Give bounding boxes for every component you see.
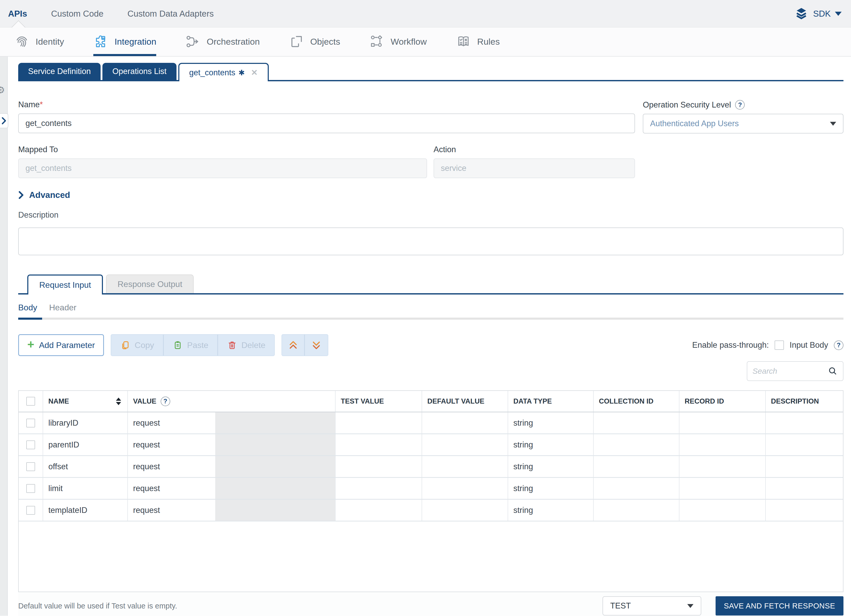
paste-button[interactable]: Paste: [164, 335, 218, 355]
param-default-value[interactable]: [422, 478, 508, 499]
reorder-button-group: [281, 334, 328, 356]
nav-item-custom-data-adapters[interactable]: Custom Data Adapters: [127, 9, 214, 19]
page-body: ⚙ Service Definition Operations List get…: [0, 57, 851, 616]
table-header-row: NAME VALUE ? TEST VALUE DEFAULT VALUE DA…: [19, 391, 843, 412]
param-collection-id[interactable]: [593, 500, 679, 521]
environment-select[interactable]: TEST: [603, 596, 701, 616]
tab-integration[interactable]: Integration: [93, 27, 156, 56]
param-description[interactable]: [765, 500, 843, 521]
nav-item-apis[interactable]: APIs: [8, 9, 27, 19]
param-test-value[interactable]: [335, 434, 422, 455]
param-default-value[interactable]: [422, 434, 508, 455]
param-test-value[interactable]: [335, 456, 422, 477]
row-checkbox[interactable]: [26, 441, 35, 449]
param-collection-id[interactable]: [593, 434, 679, 455]
table-row[interactable]: parentID request string: [19, 434, 843, 456]
param-record-id[interactable]: [679, 434, 765, 455]
expand-sidebar-button[interactable]: [0, 113, 8, 128]
help-icon[interactable]: ?: [735, 100, 745, 109]
param-collection-id[interactable]: [593, 456, 679, 477]
sdk-menu[interactable]: SDK: [794, 6, 842, 21]
active-subtab-indicator: [18, 318, 42, 320]
tab-workflow[interactable]: Workflow: [369, 27, 427, 56]
param-default-value[interactable]: [422, 456, 508, 477]
table-row[interactable]: libraryID request string: [19, 412, 843, 434]
tab-header[interactable]: Header: [49, 303, 77, 312]
param-value: request: [133, 418, 160, 428]
table-row[interactable]: limit request string: [19, 478, 843, 500]
row-checkbox[interactable]: [26, 484, 35, 493]
move-down-button[interactable]: [305, 335, 328, 355]
param-default-value[interactable]: [422, 412, 508, 433]
param-test-value[interactable]: [335, 412, 422, 433]
param-description[interactable]: [765, 478, 843, 499]
select-all-checkbox[interactable]: [26, 397, 35, 406]
param-data-type[interactable]: string: [508, 500, 593, 521]
tab-identity[interactable]: Identity: [14, 27, 64, 56]
help-icon[interactable]: ?: [834, 340, 843, 350]
param-data-type[interactable]: string: [508, 478, 593, 499]
value-disabled-area: [215, 434, 335, 455]
copy-button[interactable]: Copy: [111, 335, 164, 355]
security-level-select[interactable]: Authenticated App Users: [643, 114, 843, 133]
param-data-type[interactable]: string: [508, 412, 593, 433]
table-row[interactable]: templateID request string: [19, 500, 843, 522]
param-description[interactable]: [765, 434, 843, 455]
move-up-button[interactable]: [282, 335, 305, 355]
workflow-icon: [369, 34, 385, 49]
row-checkbox[interactable]: [26, 419, 35, 427]
param-name[interactable]: limit: [48, 484, 63, 493]
tab-operation-get-contents[interactable]: get_contents ✱ ✕: [178, 63, 269, 81]
tab-objects[interactable]: Objects: [289, 27, 340, 56]
search-input[interactable]: [752, 367, 828, 376]
tab-request-input[interactable]: Request Input: [27, 274, 103, 294]
row-checkbox[interactable]: [26, 462, 35, 471]
param-name[interactable]: templateID: [48, 506, 87, 515]
tab-rules[interactable]: Rules: [456, 27, 500, 56]
name-input[interactable]: [18, 114, 635, 133]
nav-item-custom-code[interactable]: Custom Code: [51, 9, 104, 19]
tab-objects-label: Objects: [310, 37, 340, 47]
input-body-checkbox[interactable]: [774, 340, 784, 350]
param-description[interactable]: [765, 456, 843, 477]
search-icon[interactable]: [828, 366, 838, 376]
sort-icon[interactable]: [116, 397, 121, 405]
param-data-type[interactable]: string: [508, 434, 593, 455]
param-name[interactable]: parentID: [48, 440, 79, 450]
default-value-note: Default value will be used if Test value…: [18, 602, 177, 610]
param-default-value[interactable]: [422, 500, 508, 521]
description-textarea[interactable]: [18, 228, 843, 255]
param-record-id[interactable]: [679, 500, 765, 521]
objects-icon: [289, 34, 304, 49]
tab-response-output[interactable]: Response Output: [106, 274, 194, 293]
add-parameter-button[interactable]: + Add Parameter: [18, 334, 104, 356]
tab-orchestration[interactable]: Orchestration: [185, 27, 260, 56]
row-checkbox[interactable]: [26, 506, 35, 515]
action-label: Action: [433, 145, 635, 154]
param-name[interactable]: offset: [48, 462, 68, 471]
param-test-value[interactable]: [335, 500, 422, 521]
param-collection-id[interactable]: [593, 412, 679, 433]
param-description[interactable]: [765, 412, 843, 433]
chevron-right-icon: [18, 191, 24, 199]
close-icon[interactable]: ✕: [251, 68, 258, 77]
tab-operations-list[interactable]: Operations List: [102, 63, 176, 80]
trash-icon: [227, 340, 237, 350]
param-collection-id[interactable]: [593, 478, 679, 499]
param-name[interactable]: libraryID: [48, 418, 78, 428]
delete-button[interactable]: Delete: [218, 335, 275, 355]
param-record-id[interactable]: [679, 412, 765, 433]
tab-body[interactable]: Body: [18, 303, 37, 312]
param-record-id[interactable]: [679, 478, 765, 499]
column-header-name[interactable]: NAME: [43, 391, 127, 412]
parameters-table: NAME VALUE ? TEST VALUE DEFAULT VALUE DA…: [18, 390, 843, 592]
param-data-type[interactable]: string: [508, 456, 593, 477]
tab-service-definition[interactable]: Service Definition: [18, 63, 101, 80]
collapsed-sidebar-rail: ⚙: [0, 57, 8, 616]
param-record-id[interactable]: [679, 456, 765, 477]
help-icon[interactable]: ?: [161, 397, 170, 406]
table-row[interactable]: offset request string: [19, 456, 843, 478]
advanced-expander[interactable]: Advanced: [18, 190, 843, 200]
save-and-fetch-response-button[interactable]: SAVE AND FETCH RESPONSE: [716, 596, 843, 616]
param-test-value[interactable]: [335, 478, 422, 499]
